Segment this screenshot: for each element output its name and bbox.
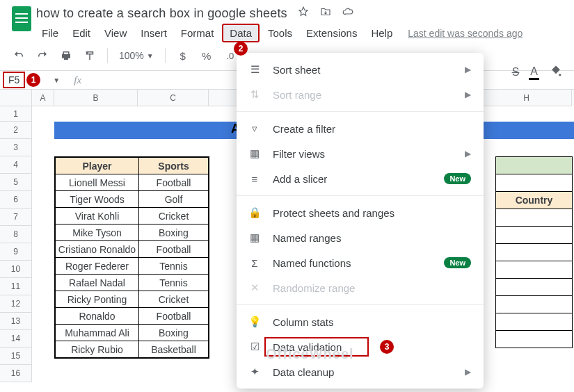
- table-row: Ricky RubioBasketball: [56, 341, 209, 358]
- menu-tools[interactable]: Tools: [262, 24, 298, 42]
- country-cell[interactable]: [496, 261, 573, 279]
- row-header[interactable]: 9: [0, 243, 32, 261]
- menu-sort-range: ⇅ Sort range ▶: [237, 82, 484, 107]
- last-edit-link[interactable]: Last edit was seconds ago: [408, 28, 523, 39]
- doc-header: how to create a search box in google she…: [0, 0, 574, 42]
- table-row: Cristiano RonaldoFootball: [56, 241, 209, 258]
- country-cell[interactable]: [496, 279, 573, 296]
- country-accent-cell[interactable]: [496, 157, 573, 174]
- row-header[interactable]: 8: [0, 226, 32, 243]
- sigma-icon: Σ: [248, 257, 262, 269]
- print-icon[interactable]: [60, 49, 72, 62]
- menu-column-stats[interactable]: 💡 Column stats: [237, 309, 484, 334]
- menu-named-ranges[interactable]: ▦ Named ranges: [237, 225, 484, 250]
- menu-sort-sheet[interactable]: ☰ Sort sheet ▶: [237, 57, 484, 82]
- doc-name[interactable]: how to create a search box in google she…: [36, 6, 287, 21]
- country-cell[interactable]: [496, 209, 573, 227]
- col-header[interactable]: B: [54, 90, 138, 106]
- menu-protect[interactable]: 🔒 Protect sheets and ranges: [237, 200, 484, 225]
- paint-format-icon[interactable]: [83, 49, 96, 62]
- col-header[interactable]: A: [32, 90, 54, 106]
- row-header[interactable]: 4: [0, 156, 32, 174]
- menu-create-filter[interactable]: ▿ Create a filter: [237, 116, 484, 141]
- new-badge: New: [444, 257, 471, 268]
- menu-add-slicer[interactable]: ≡ Add a slicer New: [237, 166, 484, 191]
- country-cell[interactable]: [496, 313, 573, 331]
- country-cell[interactable]: [496, 227, 573, 244]
- col-header[interactable]: C: [138, 90, 209, 106]
- country-cell[interactable]: [496, 296, 573, 313]
- undo-icon[interactable]: [13, 49, 25, 62]
- row-header[interactable]: 6: [0, 191, 32, 209]
- cloud-icon[interactable]: [342, 6, 354, 21]
- table-row: Rafael NadalTennis: [56, 275, 209, 291]
- sparkle-icon: ✦: [248, 366, 262, 378]
- data-menu-dropdown: ☰ Sort sheet ▶ ⇅ Sort range ▶ ▿ Create a…: [237, 53, 484, 389]
- validation-icon: ☑: [248, 341, 262, 353]
- menu-format[interactable]: Format: [175, 24, 220, 42]
- row-header[interactable]: 5: [0, 174, 32, 191]
- named-ranges-icon: ▦: [248, 231, 262, 244]
- row-header[interactable]: 3: [0, 139, 32, 156]
- col-header[interactable]: H: [481, 90, 572, 106]
- annotation-badge-2: 2: [234, 42, 248, 56]
- move-icon[interactable]: [319, 6, 332, 21]
- sort-range-icon: ⇅: [248, 88, 262, 101]
- row-header[interactable]: 10: [0, 261, 32, 278]
- row-header[interactable]: 14: [0, 330, 32, 348]
- shuffle-icon: ✕: [248, 281, 262, 294]
- country-header: Country: [496, 192, 573, 209]
- menu-insert[interactable]: Insert: [135, 24, 173, 42]
- menu-help[interactable]: Help: [365, 24, 398, 42]
- sheets-logo[interactable]: [7, 4, 36, 33]
- row-header[interactable]: 2: [0, 122, 32, 139]
- menu-file[interactable]: File: [36, 24, 64, 42]
- slicer-icon: ≡: [248, 173, 262, 185]
- zoom-select[interactable]: 100% ▼: [119, 50, 154, 61]
- menu-filter-views[interactable]: ▦ Filter views ▶: [237, 141, 484, 166]
- menu-named-functions[interactable]: Σ Named functions New: [237, 250, 484, 275]
- text-color-icon[interactable]: A: [529, 65, 539, 80]
- row-header[interactable]: 1: [0, 106, 32, 122]
- country-cell[interactable]: [496, 331, 573, 348]
- menu-randomize: ✕ Randomize range: [237, 275, 484, 300]
- percent-icon[interactable]: %: [200, 49, 213, 62]
- select-all-corner[interactable]: [0, 90, 32, 106]
- table-header-sports: Sports: [139, 158, 209, 174]
- row-header[interactable]: 12: [0, 295, 32, 313]
- submenu-arrow-icon: ▶: [465, 149, 471, 158]
- row-header[interactable]: 13: [0, 313, 32, 330]
- name-box-dropdown-icon[interactable]: ▼: [53, 76, 60, 84]
- table-row: Roger FedererTennis: [56, 258, 209, 275]
- fill-color-icon[interactable]: [549, 64, 563, 81]
- row-header[interactable]: 15: [0, 348, 32, 365]
- country-cell[interactable]: [496, 244, 573, 261]
- menu-data-cleanup[interactable]: ✦ Data cleanup ▶: [237, 359, 484, 384]
- menu-data-validation[interactable]: ☑ Data validation 3: [237, 334, 484, 359]
- row-header[interactable]: 16: [0, 365, 32, 382]
- filter-views-icon: ▦: [248, 147, 262, 160]
- menu-bar: File Edit View Insert Format Data 2 Tool…: [36, 24, 567, 42]
- menu-view[interactable]: View: [99, 24, 132, 42]
- menu-extensions[interactable]: Extensions: [301, 24, 362, 42]
- strikethrough-icon[interactable]: S: [512, 66, 520, 79]
- currency-icon[interactable]: $: [177, 49, 189, 62]
- submenu-arrow-icon: ▶: [465, 367, 471, 377]
- redo-icon[interactable]: [36, 49, 49, 62]
- table-row: Muhammad AliBoxing: [56, 325, 209, 341]
- country-blank[interactable]: [496, 174, 573, 192]
- table-row: Mike TysonBoxing: [56, 224, 209, 241]
- row-header[interactable]: 11: [0, 278, 32, 295]
- table-row: Lionell MessiFootball: [56, 174, 209, 191]
- menu-edit[interactable]: Edit: [67, 24, 96, 42]
- filter-icon: ▿: [248, 122, 262, 135]
- menu-data[interactable]: Data 2: [222, 24, 260, 42]
- star-icon[interactable]: [297, 6, 310, 21]
- table-row: RonaldoFootball: [56, 308, 209, 325]
- new-badge: New: [444, 173, 471, 184]
- annotation-badge-1: 1: [26, 73, 40, 87]
- data-table: Player Sports Lionell MessiFootball Tige…: [54, 156, 209, 359]
- country-table: Country: [495, 156, 573, 348]
- row-header[interactable]: 7: [0, 209, 32, 226]
- name-box[interactable]: F5: [3, 72, 25, 88]
